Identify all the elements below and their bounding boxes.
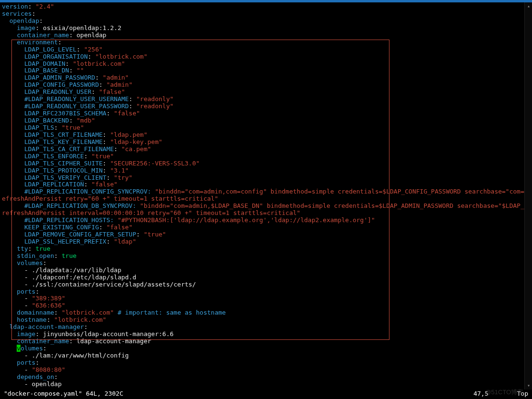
code-line: - "389:389" bbox=[2, 295, 530, 302]
code-line: volumes: bbox=[2, 260, 530, 267]
code-line: refreshAndPersist interval=00:00:00:10 r… bbox=[2, 210, 530, 217]
vim-status-bar: "docker-compose.yaml" 64L, 2302C 47,5 To… bbox=[0, 390, 532, 399]
scroll-down-arrow[interactable]: ▾ bbox=[525, 382, 532, 389]
watermark: @51CTO博客 bbox=[485, 389, 523, 396]
code-line: LDAP_TLS_KEY_FILENAME: "ldap-key.pem" bbox=[2, 139, 530, 146]
code-line: LDAP_TLS_VERIFY_CLIENT: "try" bbox=[2, 174, 530, 182]
code-line: container_name: openldap bbox=[2, 32, 530, 39]
code-line: #LDAP_REPLICATION_DB_SYNCPROV: "binddn="… bbox=[2, 203, 530, 210]
code-line: hostname: "lotbrick.com" bbox=[2, 317, 530, 324]
code-line: tty: true bbox=[2, 246, 530, 253]
file-status: "docker-compose.yaml" 64L, 2302C bbox=[4, 390, 123, 399]
code-line: LDAP_TLS_ENFORCE: "true" bbox=[2, 153, 530, 160]
code-line: LDAP_TLS_CIPHER_SUITE: "SECURE256:-VERS-… bbox=[2, 160, 530, 167]
code-line: LDAP_ORGANISATION: "lotbrick.com" bbox=[2, 53, 530, 61]
code-line: - ./ldapdata:/var/lib/ldap bbox=[2, 267, 530, 274]
code-line: image: osixia/openldap:1.2.2 bbox=[2, 25, 530, 32]
code-line: LDAP_DOMAIN: "lotbrick.com" bbox=[2, 61, 530, 68]
code-line: #LDAP_READONLY_USER_PASSWORD: "readonly" bbox=[2, 103, 530, 110]
code-line: LDAP_SSL_HELPER_PREFIX: "ldap" bbox=[2, 238, 530, 246]
code-line: #LDAP_REPLICATION_CONFIG_SYNCPROV: "bind… bbox=[2, 188, 530, 195]
code-line: LDAP_TLS_CA_CRT_FILENAME: "ca.pem" bbox=[2, 146, 530, 153]
code-line: - openldap bbox=[2, 381, 530, 388]
code-line: LDAP_READONLY_USER: "false" bbox=[2, 89, 530, 96]
code-line: LDAP_BACKEND: "mdb" bbox=[2, 117, 530, 124]
code-line: openldap: bbox=[2, 18, 530, 25]
code-line: LDAP_CONFIG_PASSWORD: "admin" bbox=[2, 82, 530, 89]
code-line: KEEP_EXISTING_CONFIG: "false" bbox=[2, 224, 530, 231]
code-line: ports: bbox=[2, 288, 530, 296]
code-line: LDAP_BASE_DN: "" bbox=[2, 67, 530, 74]
code-line: LDAP_LOG_LEVEL: "256" bbox=[2, 46, 530, 53]
code-line: container_name: ldap-account-manager bbox=[2, 338, 530, 345]
code-line: LDAP_ADMIN_PASSWORD: "admin" bbox=[2, 74, 530, 82]
code-line: - "8080:80" bbox=[2, 367, 530, 374]
code-line: image: jinyunboss/ldap-account-manager:6… bbox=[2, 331, 530, 338]
code-line: #LDAP_READONLY_USER_USERNAME: "readonly" bbox=[2, 96, 530, 103]
code-line: environment: bbox=[2, 39, 530, 46]
scroll-up-arrow[interactable]: ▴ bbox=[525, 2, 532, 10]
code-line: LDAP_TLS_PROTOCOL_MIN: "3.1" bbox=[2, 167, 530, 174]
code-line: LDAP_TLS: "true" bbox=[2, 124, 530, 132]
code-line: stdin_open: true bbox=[2, 253, 530, 260]
editor-viewport[interactable]: version: "2.4"services: openldap: image:… bbox=[0, 2, 532, 389]
code-line: services: bbox=[2, 10, 530, 18]
code-line: domainname: "lotbrick.com" # important: … bbox=[2, 309, 530, 317]
code-line: LDAP_REPLICATION: "false" bbox=[2, 181, 530, 188]
code-line: - ./ssl:/container/service/slapd/assets/… bbox=[2, 281, 530, 288]
code-line: #LDAP_REPLICATION_HOSTS: "#PYTHON2BASH:[… bbox=[2, 217, 530, 224]
code-line: depends_on: bbox=[2, 374, 530, 381]
code-line: LDAP_REMOVE_CONFIG_AFTER_SETUP: "true" bbox=[2, 231, 530, 238]
code-line: - ./lam:/var/www/html/config bbox=[2, 352, 530, 359]
code-line: - "636:636" bbox=[2, 302, 530, 309]
code-line: ldap-account-manager: bbox=[2, 324, 530, 331]
code-line: LDAP_RFC2307BIS_SCHEMA: "false" bbox=[2, 110, 530, 117]
code-line: - ./ldapconf:/etc/ldap/slapd.d bbox=[2, 274, 530, 281]
vertical-scrollbar[interactable]: ▴ ▾ bbox=[524, 2, 532, 389]
code-line: volumes: bbox=[2, 345, 530, 352]
code-line: version: "2.4" bbox=[2, 3, 530, 10]
code-line: LDAP_TLS_CRT_FILENAME: "ldap.pem" bbox=[2, 132, 530, 139]
code-line: efreshAndPersist retry="60 +" timeout=1 … bbox=[2, 195, 530, 203]
code-line: ports: bbox=[2, 359, 530, 367]
